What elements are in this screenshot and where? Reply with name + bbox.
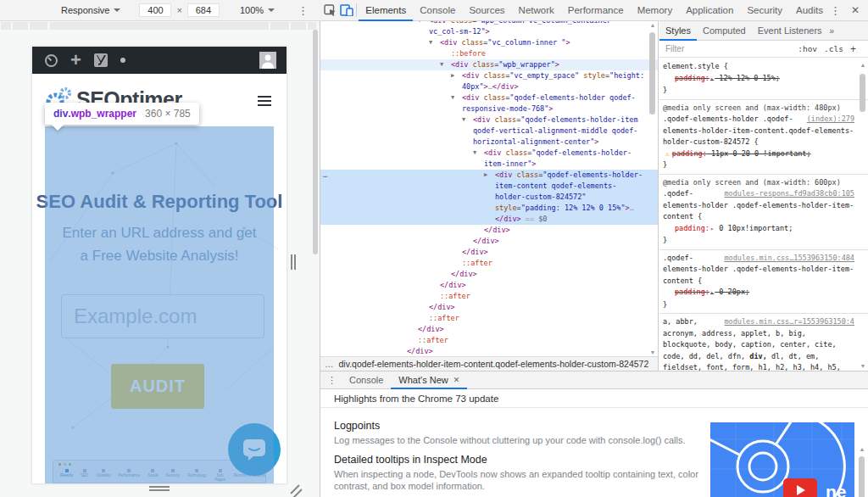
devtools-tab-security[interactable]: Security bbox=[740, 0, 789, 21]
css-declaration[interactable]: padding:▸ 0 20px; bbox=[663, 287, 854, 299]
yoast-icon[interactable] bbox=[93, 53, 108, 68]
devtools-tab-audits[interactable]: Audits bbox=[789, 0, 830, 21]
breadcrumb-overflow[interactable]: … bbox=[325, 359, 334, 369]
device-type-dropdown[interactable]: Responsive bbox=[61, 5, 120, 15]
toggle-hov-button[interactable]: :hov bbox=[798, 44, 817, 53]
media-query[interactable]: @media only screen and (max-width: 600px… bbox=[663, 177, 854, 189]
inspect-element-icon[interactable] bbox=[324, 2, 337, 19]
disclosure-arrow-icon[interactable]: ▶ bbox=[451, 70, 454, 81]
tree-row[interactable]: </div> bbox=[320, 302, 659, 313]
disclosure-arrow-icon[interactable]: ▼ bbox=[429, 37, 432, 48]
styles-tab-event-listeners[interactable]: Event Listeners bbox=[752, 21, 828, 41]
tree-row[interactable]: ::after bbox=[320, 291, 659, 302]
bookmark-stub[interactable] bbox=[308, 22, 316, 30]
stylesheet-link[interactable]: modules-respons…fd9ad38cb0:105 bbox=[724, 188, 854, 200]
tree-row[interactable]: </div> bbox=[320, 324, 659, 335]
devtools-tab-sources[interactable]: Sources bbox=[462, 0, 511, 21]
devtools-tab-network[interactable]: Network bbox=[512, 0, 561, 21]
disclosure-arrow-icon[interactable]: ▼ bbox=[462, 114, 465, 126]
tree-row[interactable]: </div> bbox=[320, 236, 659, 247]
device-zoom-dropdown[interactable]: 100% bbox=[240, 5, 275, 15]
bookmark-stub[interactable] bbox=[291, 22, 306, 30]
css-declaration[interactable]: padding:▸ 12% 12% 0 15%; bbox=[663, 73, 854, 86]
chat-widget-button[interactable] bbox=[228, 423, 281, 476]
styles-scrollbar[interactable]: ▲ ▼ bbox=[859, 59, 867, 371]
drawer-tab-console[interactable]: Console bbox=[342, 371, 391, 389]
bookmark-stub[interactable] bbox=[13, 22, 28, 30]
avatar[interactable] bbox=[259, 52, 276, 69]
css-rule[interactable]: @media only screen and (max-width: 480px… bbox=[659, 100, 868, 175]
bookmark-stub[interactable] bbox=[30, 22, 47, 30]
devtools-tab-elements[interactable]: Elements bbox=[359, 0, 413, 21]
css-rule[interactable]: element.style {padding:▸ 12% 12% 0 15%;} bbox=[659, 59, 868, 100]
styles-tab-styles[interactable]: Styles bbox=[659, 21, 697, 41]
tree-row[interactable]: </div> bbox=[320, 280, 659, 291]
disclosure-arrow-icon[interactable]: ▼ bbox=[418, 21, 421, 26]
css-declaration[interactable]: ⚠padding: 11px 0 20 0 !important; bbox=[663, 148, 854, 160]
tree-row[interactable]: ▼<div class="qodef-elements-holder qodef… bbox=[320, 92, 659, 114]
bookmark-stub[interactable] bbox=[50, 22, 269, 30]
tree-row[interactable]: ▼<div class="wpb_column vc_column_contai… bbox=[320, 21, 659, 37]
css-rule[interactable]: @media only screen and (max-width: 600px… bbox=[659, 175, 868, 250]
drawer-menu-icon[interactable]: ⋮ bbox=[327, 375, 337, 386]
disclosure-arrow-icon[interactable]: ▶ bbox=[484, 170, 487, 181]
speed-gauge-icon[interactable] bbox=[44, 53, 58, 68]
device-toolbar-menu-icon[interactable]: ⋮ bbox=[298, 4, 309, 17]
scroll-up-icon[interactable]: ▲ bbox=[648, 22, 657, 28]
node-menu-icon[interactable]: … bbox=[323, 170, 328, 181]
close-tab-icon[interactable]: ✕ bbox=[453, 371, 460, 389]
devtools-tab-performance[interactable]: Performance bbox=[561, 0, 631, 21]
whats-new-item-title[interactable]: Logpoints bbox=[334, 420, 702, 432]
css-rule[interactable]: modules.min.css…1553963150:484.qodef-ele… bbox=[659, 250, 868, 315]
stylesheet-link[interactable]: (index):279 bbox=[807, 114, 854, 126]
scroll-down-icon[interactable]: ▼ bbox=[648, 349, 657, 355]
tree-row[interactable]: ▶<div class="vc_empty_space" style="heig… bbox=[320, 70, 659, 92]
tree-row[interactable]: ::after bbox=[320, 258, 659, 269]
tree-row[interactable]: ▼<div class="vc_column-inner "> bbox=[320, 37, 659, 48]
elements-scrollbar[interactable]: ▲ ▼ bbox=[648, 21, 657, 356]
devtools-menu-icon[interactable]: ⋮ bbox=[830, 4, 841, 17]
tree-row[interactable]: ::after bbox=[320, 335, 659, 346]
url-input[interactable] bbox=[61, 294, 264, 338]
breadcrumb-item[interactable]: div.qodef-elements-holder-item-content.q… bbox=[339, 359, 649, 369]
tree-row[interactable]: ::after bbox=[320, 313, 659, 324]
css-declaration[interactable]: padding:▸ 0 10px!important; bbox=[663, 223, 854, 236]
disclosure-arrow-icon[interactable]: ▼ bbox=[451, 92, 454, 103]
viewport-resize-handle-corner[interactable] bbox=[289, 485, 301, 497]
tree-row[interactable]: ▼<div class="wpb_wrapper"> bbox=[320, 59, 659, 70]
hamburger-menu-icon[interactable] bbox=[258, 96, 271, 109]
disclosure-arrow-icon[interactable]: ▼ bbox=[440, 59, 443, 70]
styles-filter-input[interactable] bbox=[659, 44, 798, 53]
close-icon[interactable]: ✕ bbox=[851, 4, 860, 16]
new-style-rule-button[interactable]: + bbox=[850, 43, 856, 55]
devtools-tab-console[interactable]: Console bbox=[413, 0, 462, 21]
video-thumbnail[interactable]: ne bbox=[710, 422, 854, 497]
stylesheet-link[interactable]: modules.min.css…r=1553963150:4 bbox=[724, 316, 854, 328]
bookmark-stub[interactable] bbox=[1, 22, 11, 30]
styles-tab-computed[interactable]: Computed bbox=[697, 21, 752, 41]
stylesheet-link[interactable]: modules.min.css…1553963150:484 bbox=[724, 253, 854, 265]
devtools-tab-application[interactable]: Application bbox=[679, 0, 740, 21]
device-height-input[interactable] bbox=[187, 3, 220, 17]
tabs-overflow-icon[interactable]: » bbox=[830, 26, 835, 36]
bookmark-stub[interactable] bbox=[270, 22, 289, 30]
page-scrollbar[interactable] bbox=[313, 30, 318, 254]
plus-icon[interactable]: + bbox=[70, 52, 81, 69]
audit-button[interactable]: AUDIT bbox=[111, 364, 204, 409]
drawer-scrollbar[interactable]: ▲ ▼ bbox=[858, 446, 866, 497]
toggle-cls-button[interactable]: .cls bbox=[824, 44, 843, 53]
scroll-down-icon[interactable]: ▼ bbox=[859, 363, 867, 369]
tree-row[interactable]: …▶<div class="qodef-elements-holder-item… bbox=[320, 170, 659, 225]
scroll-up-icon[interactable]: ▲ bbox=[858, 446, 866, 452]
tree-row[interactable]: ▼<div class="qodef-elements-holder-item-… bbox=[320, 148, 659, 170]
tree-row[interactable]: </div> bbox=[320, 247, 659, 258]
css-rule[interactable]: modules.min.css…r=1553963150:4a, abbr, a… bbox=[659, 314, 868, 371]
devtools-tab-memory[interactable]: Memory bbox=[631, 0, 680, 21]
whats-new-item-title[interactable]: Detailed tooltips in Inspect Mode bbox=[334, 454, 702, 466]
disclosure-arrow-icon[interactable]: ▼ bbox=[473, 148, 476, 159]
tree-row[interactable]: </div> bbox=[320, 225, 659, 236]
media-query[interactable]: @media only screen and (max-width: 480px… bbox=[663, 103, 854, 114]
scroll-up-icon[interactable]: ▲ bbox=[859, 62, 867, 68]
device-width-input[interactable] bbox=[139, 3, 171, 17]
tree-row[interactable]: ::before bbox=[320, 48, 659, 59]
